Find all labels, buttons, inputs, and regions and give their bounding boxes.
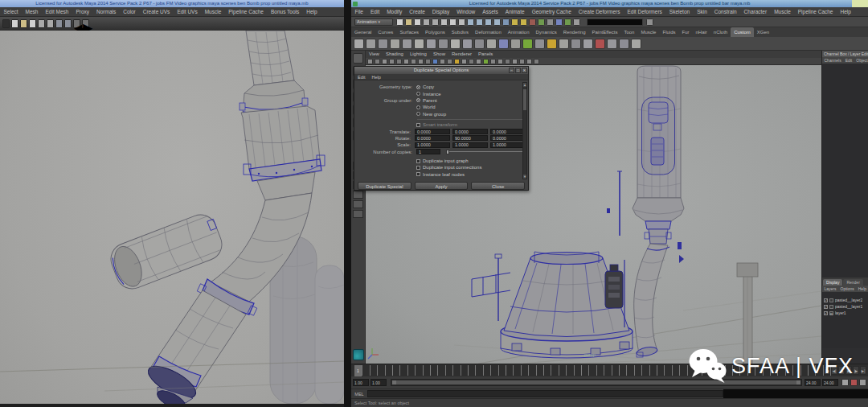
shelf-tab[interactable]: Toon <box>620 27 637 37</box>
panel-icon[interactable] <box>375 59 380 64</box>
duplicate-input-connections-checkbox[interactable] <box>416 166 420 170</box>
group-under-parent-option[interactable]: Parent <box>423 98 437 103</box>
layer-editor-menu-item[interactable]: Layers <box>822 286 838 292</box>
panel-menu-item[interactable]: Renderer <box>448 51 475 58</box>
render-settings-icon[interactable] <box>573 18 580 26</box>
command-line-input[interactable] <box>367 390 723 397</box>
rotate-z-field[interactable] <box>490 135 526 141</box>
menu-item[interactable]: Select <box>0 7 22 16</box>
menu-item[interactable]: Create <box>406 7 429 16</box>
channel-box-menu-item[interactable]: Edit <box>843 57 854 64</box>
current-frame-marker[interactable]: 1 <box>354 365 362 376</box>
dialog-close-icon[interactable]: ✕ <box>522 68 527 73</box>
panel-icon[interactable] <box>454 59 460 64</box>
panel-menu-item[interactable]: Show <box>430 51 448 58</box>
shelf-tab[interactable]: Rendering <box>560 27 589 37</box>
dialog-titlebar[interactable]: Duplicate Special Options –□✕ <box>354 67 528 74</box>
shelf-icon[interactable] <box>450 39 461 49</box>
construction-history-off-icon[interactable] <box>520 18 527 26</box>
panel-icon[interactable] <box>440 59 445 64</box>
snap-grid-icon[interactable] <box>55 19 63 28</box>
shelf-tab[interactable]: Fur <box>678 27 692 37</box>
copies-field[interactable] <box>416 149 440 154</box>
file-new-icon[interactable] <box>396 18 403 26</box>
geometry-type-instance-option[interactable]: Instance <box>423 92 441 97</box>
panel-icon[interactable] <box>497 59 503 64</box>
panel-icon[interactable] <box>389 59 395 64</box>
layout-persp-graph-icon[interactable] <box>353 191 363 199</box>
menu-item[interactable]: Color <box>120 7 140 16</box>
command-line-language-toggle[interactable]: MEL <box>351 392 367 397</box>
layer-mode-box[interactable] <box>829 298 833 302</box>
redo-icon[interactable] <box>47 19 54 28</box>
scroll-up-icon[interactable]: ▲ <box>523 83 526 87</box>
scroll-down-icon[interactable]: ▼ <box>523 175 526 179</box>
animation-start-field[interactable] <box>353 379 369 386</box>
shelf-icon[interactable] <box>378 39 388 49</box>
group-under-newgroup-option[interactable]: New group <box>423 112 446 117</box>
copies-slider-handle[interactable] <box>446 150 449 154</box>
shelf-icon[interactable] <box>595 39 605 49</box>
panel-icon[interactable] <box>512 59 518 64</box>
menu-item[interactable]: Display <box>428 7 452 16</box>
group-under-world-option[interactable]: World <box>423 105 436 109</box>
copies-slider[interactable] <box>446 151 526 152</box>
panel-icon[interactable] <box>418 59 424 64</box>
layer-visibility-checkbox[interactable]: ✓ <box>824 305 828 309</box>
shelf-tab[interactable]: Fluids <box>659 27 678 37</box>
dialog-scrollbar[interactable]: ▲ ▼ <box>522 82 527 179</box>
panel-icon[interactable] <box>526 59 532 64</box>
panel-icon[interactable] <box>432 59 438 64</box>
shelf-icon[interactable] <box>462 39 473 49</box>
menu-item[interactable]: Assets <box>479 7 502 16</box>
menu-set-selector[interactable]: Animation <box>354 18 393 26</box>
scale-z-field[interactable] <box>490 142 526 148</box>
menu-item[interactable]: Mesh <box>22 7 42 16</box>
group-under-parent-radio[interactable] <box>416 98 420 102</box>
undo-icon[interactable] <box>423 18 430 26</box>
duplicate-input-graph-checkbox[interactable] <box>416 159 420 163</box>
panel-icon[interactable] <box>403 59 409 64</box>
panel-icon[interactable] <box>396 59 402 64</box>
translate-z-field[interactable] <box>490 129 526 134</box>
shelf-icon[interactable] <box>390 39 400 49</box>
undo-icon[interactable] <box>38 19 45 28</box>
file-open-icon[interactable] <box>20 19 27 28</box>
snap-plane-icon[interactable] <box>493 18 501 26</box>
shelf-icon[interactable] <box>402 39 412 49</box>
scale-y-field[interactable] <box>452 142 488 148</box>
scale-x-field[interactable] <box>415 142 450 148</box>
shelf-tab[interactable]: Surfaces <box>396 27 422 37</box>
panel-menu-item[interactable]: Panels <box>475 51 496 58</box>
go-to-range-end-icon[interactable]: ▶| <box>860 366 866 375</box>
menu-item[interactable]: Geometry Cache <box>528 7 575 16</box>
snap-point-icon[interactable] <box>485 18 492 26</box>
file-open-icon[interactable] <box>405 18 412 26</box>
channel-box-menu-item[interactable]: Channels <box>822 57 843 64</box>
panel-icon[interactable] <box>411 59 416 64</box>
channel-box-body[interactable] <box>822 64 868 278</box>
shelf-tab[interactable]: Custom <box>731 27 754 37</box>
menu-item[interactable]: Pipeline Cache <box>794 7 837 16</box>
dialog-minimize-icon[interactable]: – <box>509 68 514 73</box>
panel-icon[interactable] <box>367 59 373 64</box>
file-save-icon[interactable] <box>414 18 421 26</box>
layer-visibility-checkbox[interactable]: ✓ <box>824 311 828 315</box>
select-tool-icon[interactable] <box>353 53 363 64</box>
group-under-newgroup-radio[interactable] <box>416 112 420 116</box>
menu-item[interactable]: Normals <box>93 7 120 16</box>
step-forward-frame-icon[interactable]: |▶ <box>853 366 859 375</box>
shelf-icon[interactable] <box>510 39 521 49</box>
geometry-type-copy-option[interactable]: Copy <box>423 84 434 89</box>
duplicate-input-connections-label[interactable]: Duplicate input connections <box>423 165 481 170</box>
select-by-type-icon[interactable] <box>538 18 545 26</box>
shelf-icon[interactable] <box>414 39 424 49</box>
snap-grid-icon[interactable] <box>467 18 474 26</box>
panel-icon[interactable] <box>505 59 510 64</box>
layer-row[interactable]: ✓ pasted__layer2 <box>822 297 868 303</box>
layout-persp-uv-icon[interactable] <box>353 210 363 218</box>
menu-item[interactable]: Edit Mesh <box>42 7 72 16</box>
menu-item[interactable]: Help <box>303 7 321 16</box>
rotate-x-field[interactable] <box>415 135 450 141</box>
panel-menu-item[interactable]: View <box>366 51 383 58</box>
